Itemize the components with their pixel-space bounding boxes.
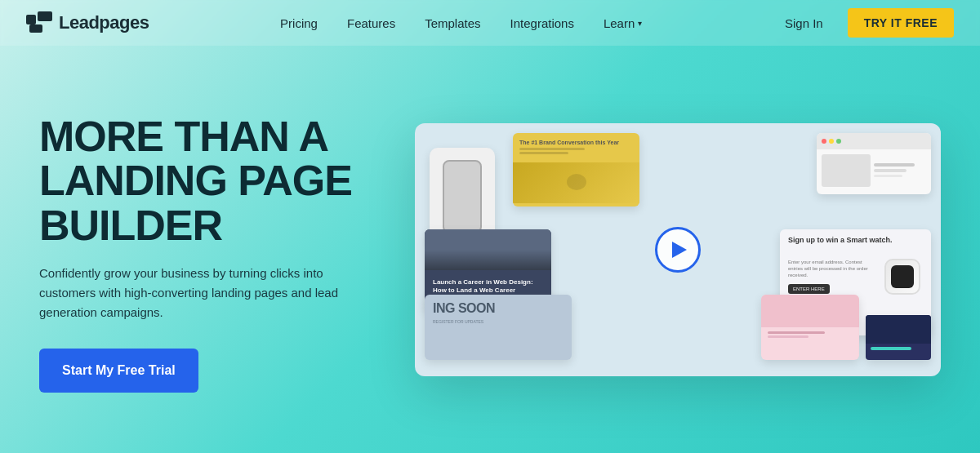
cutlery-icon [564,172,589,193]
teal-accent-bar [871,347,911,350]
career-card-title: Launch a Career in Web Design: How to La… [433,278,543,295]
hero-subtext: Confidently grow your business by turnin… [39,264,350,322]
nav-templates[interactable]: Templates [413,10,492,37]
red-dot [822,139,826,144]
header-actions: Sign In TRY IT FREE [773,8,954,38]
dark-blue-card-top [866,315,931,344]
svg-rect-0 [26,15,36,24]
coming-soon-template-card: ING SOON REGISTER FOR UPDATES [425,295,572,360]
nav-features[interactable]: Features [336,10,407,37]
svg-rect-2 [29,24,42,33]
white-top-template-card [817,133,931,194]
coming-soon-subtext: REGISTER FOR UPDATES [433,319,564,324]
pink-template-card [761,295,859,360]
hero-text-block: MORE THAN A LANDING PAGE BUILDER Confide… [39,106,382,393]
card-top-bar [817,133,931,149]
sw-card-desc: Enter your email address. Contest entrie… [788,259,875,279]
learn-chevron-icon: ▾ [638,19,642,28]
hero-headline: MORE THAN A LANDING PAGE BUILDER [39,114,382,248]
watch-face [891,265,914,288]
main-content: MORE THAN A LANDING PAGE BUILDER Confide… [0,46,980,453]
card-image-placeholder [822,154,871,187]
sw-card-button: ENTER HERE [788,284,830,294]
try-free-button[interactable]: TRY IT FREE [848,8,954,38]
yellow-template-card: The #1 Brand Conversation this Year [513,133,639,207]
yellow-card-title: The #1 Brand Conversation this Year [519,140,633,145]
dark-blue-template-card [866,315,931,360]
leadpages-logo-icon [26,11,52,34]
nav-pricing[interactable]: Pricing [269,10,329,37]
template-cards-container: The #1 Brand Conversation this Year [415,123,941,376]
career-card-image [425,229,551,270]
yellow-card-line2 [519,152,568,154]
nav-integrations[interactable]: Integrations [499,10,586,37]
sw-card-title: Sign up to win a Smart watch. [788,236,923,244]
pink-card-top [761,295,859,327]
sign-in-link[interactable]: Sign In [773,10,835,37]
start-trial-button[interactable]: Start My Free Trial [39,349,198,393]
green-dot [836,139,841,144]
logo[interactable]: Leadpages [26,11,149,34]
play-button[interactable] [655,227,701,273]
yellow-dot [829,139,834,144]
yellow-card-img [513,162,639,203]
watch-shape [884,259,920,295]
yellow-card-line [519,148,585,150]
play-icon [672,242,687,258]
coming-soon-text: ING SOON [433,301,564,316]
watch-image [882,259,923,295]
phone-shape [443,160,482,233]
hero-preview-image: The #1 Brand Conversation this Year [415,123,941,376]
logo-text: Leadpages [59,12,149,33]
svg-rect-1 [38,11,52,21]
nav-learn[interactable]: Learn ▾ [592,10,653,37]
svg-point-3 [567,174,586,190]
header: Leadpages Pricing Features Templates Int… [0,0,980,46]
main-nav: Pricing Features Templates Integrations … [269,10,653,37]
